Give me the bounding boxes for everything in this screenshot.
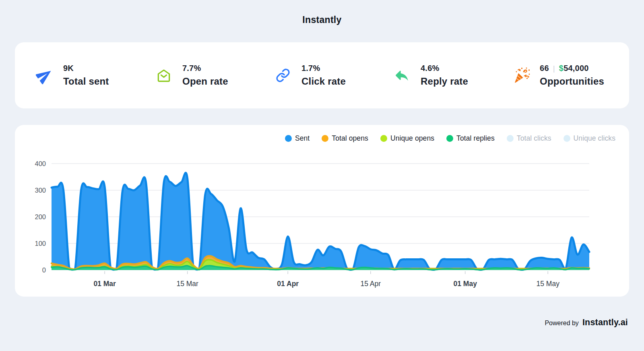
legend-item-unique-opens[interactable]: Unique opens xyxy=(380,134,434,143)
stat-opportunities: 66|$54,000Opportunities xyxy=(511,64,604,87)
legend-item-total-replies[interactable]: Total replies xyxy=(446,134,495,143)
stat-value: 1.7% xyxy=(301,64,346,73)
legend-label: Total opens xyxy=(332,134,368,143)
y-tick-label: 100 xyxy=(35,240,46,247)
stat-value: 7.7% xyxy=(182,64,228,73)
stat-click-rate: 1.7%Click rate xyxy=(272,64,357,87)
legend-item-total-opens[interactable]: Total opens xyxy=(322,134,368,143)
analytics-area-chart: 010020030040001 Mar15 Mar01 Apr15 Apr01 … xyxy=(25,147,619,289)
legend-dot xyxy=(380,135,387,142)
stat-label: Click rate xyxy=(301,76,346,87)
stat-total-sent: 9KTotal sent xyxy=(34,64,119,87)
stats-card: 9KTotal sent7.7%Open rate1.7%Click rate4… xyxy=(15,42,629,108)
legend-dot xyxy=(446,135,453,142)
page-title: Instantly xyxy=(0,0,644,25)
opportunities-amount: 54,000 xyxy=(564,64,588,73)
y-tick-label: 200 xyxy=(35,213,46,220)
legend-label: Sent xyxy=(295,134,310,143)
stat-value: 9K xyxy=(63,64,109,73)
legend-item-sent[interactable]: Sent xyxy=(285,134,310,143)
chart-card: SentTotal opensUnique opensTotal replies… xyxy=(15,125,629,297)
y-tick-label: 400 xyxy=(35,160,46,167)
stat-open-rate: 7.7%Open rate xyxy=(153,64,238,87)
legend-label: Unique clicks xyxy=(574,134,615,143)
send-icon xyxy=(34,65,55,86)
x-tick-label: 15 Apr xyxy=(360,280,381,288)
currency-symbol: $ xyxy=(559,64,564,73)
legend-item-total-clicks[interactable]: Total clicks xyxy=(507,134,551,143)
stat-reply-rate: 4.6%Reply rate xyxy=(392,64,476,87)
legend-dot xyxy=(564,135,570,142)
mail-open-icon xyxy=(153,65,174,86)
stat-label: Open rate xyxy=(182,76,228,87)
value-separator: | xyxy=(553,64,555,73)
y-tick-label: 0 xyxy=(42,266,46,274)
legend-label: Total clicks xyxy=(517,134,551,143)
reply-icon xyxy=(392,65,413,86)
stat-label: Opportunities xyxy=(540,76,604,87)
opportunities-count: 66 xyxy=(540,64,549,73)
legend-label: Unique opens xyxy=(390,134,434,143)
legend-item-unique-clicks[interactable]: Unique clicks xyxy=(564,134,615,143)
link-icon xyxy=(272,65,293,86)
party-popper-icon xyxy=(511,65,532,86)
x-tick-label: 01 Apr xyxy=(277,280,299,288)
stat-value: 4.6% xyxy=(421,64,468,73)
legend-label: Total replies xyxy=(456,134,495,143)
chart-legend: SentTotal opensUnique opensTotal replies… xyxy=(25,133,619,143)
x-tick-label: 15 Mar xyxy=(176,280,198,288)
x-tick-label: 15 May xyxy=(537,280,560,288)
series-area-sent xyxy=(52,173,589,270)
stat-value: 66|$54,000 xyxy=(540,64,604,73)
legend-dot xyxy=(285,135,292,142)
stat-label: Total sent xyxy=(63,76,109,87)
powered-by-text: Powered by xyxy=(545,320,579,327)
y-tick-label: 300 xyxy=(35,187,46,194)
x-tick-label: 01 Mar xyxy=(93,280,116,288)
legend-dot xyxy=(322,135,328,142)
chart-svg: 010020030040001 Mar15 Mar01 Apr15 Apr01 … xyxy=(25,147,605,289)
x-tick-label: 01 May xyxy=(454,280,477,288)
legend-dot xyxy=(507,135,514,142)
stat-label: Reply rate xyxy=(421,76,468,87)
footer: Powered by Instantly.ai xyxy=(0,318,628,328)
dashboard-page: Instantly 9KTotal sent7.7%Open rate1.7%C… xyxy=(0,0,644,328)
footer-brand-link[interactable]: Instantly.ai xyxy=(582,318,628,328)
